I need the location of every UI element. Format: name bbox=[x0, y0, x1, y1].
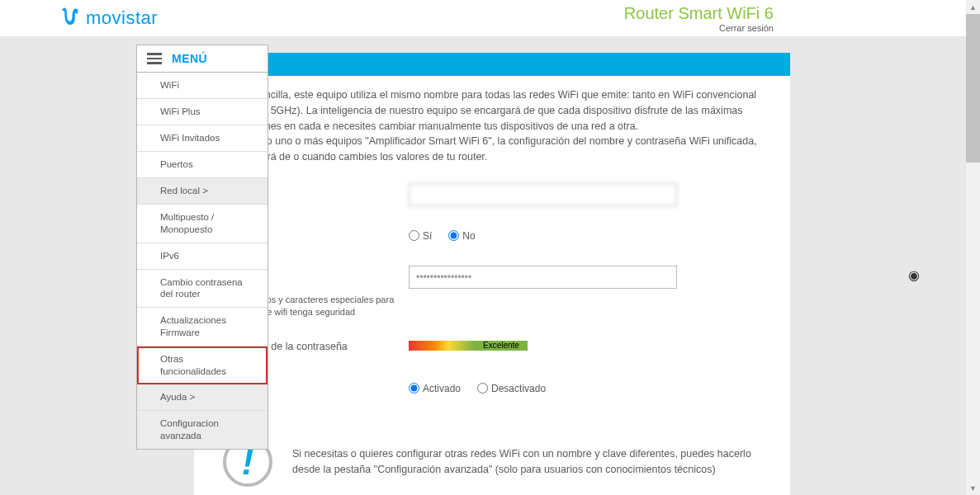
wireless-off[interactable]: Desactivado bbox=[477, 383, 546, 394]
scroll-up-icon[interactable]: ▲ bbox=[966, 0, 980, 14]
menu-title: MENÚ bbox=[172, 52, 207, 65]
scroll-down-icon[interactable]: ▼ bbox=[966, 481, 980, 495]
router-title: Router Smart WiFi 6 bbox=[624, 4, 774, 23]
menu-item-1[interactable]: WiFi Plus bbox=[137, 99, 267, 125]
header: movistar Router Smart WiFi 6 Cerrar sesi… bbox=[0, 0, 980, 36]
strength-gradient bbox=[409, 341, 475, 351]
menu-item-11[interactable]: Configuracion avanzada bbox=[137, 411, 267, 449]
menu-item-7[interactable]: Cambio contrasena del router bbox=[137, 270, 267, 309]
scrollbar-thumb[interactable] bbox=[966, 14, 980, 163]
wifi-name-row bbox=[223, 182, 761, 208]
hamburger-icon bbox=[147, 53, 162, 64]
info-text: Si necesitas o quieres configurar otras … bbox=[292, 446, 761, 478]
menu-item-10[interactable]: Ayuda > bbox=[137, 384, 267, 411]
wireless-row: alámbrica Activado Desactivado bbox=[223, 375, 761, 402]
menu-item-2[interactable]: WiFi Invitados bbox=[137, 125, 267, 152]
header-right: Router Smart WiFi 6 Cerrar sesión bbox=[624, 4, 774, 33]
menu-header[interactable]: MENÚ bbox=[137, 45, 267, 73]
info-box: ! Si necesitas o quieres configurar otra… bbox=[194, 417, 790, 495]
menu-item-5[interactable]: Multipuesto / Monopuesto bbox=[137, 205, 267, 243]
show-name-no[interactable]: No bbox=[448, 230, 475, 242]
menu-item-4[interactable]: Red local > bbox=[137, 178, 267, 205]
menu-item-0[interactable]: WiFi bbox=[137, 73, 267, 99]
wireless-on[interactable]: Activado bbox=[409, 383, 461, 394]
strength-row: seguridad de la contraseña Excelente bbox=[223, 334, 761, 361]
description-text: a más sencilla, este equipo utiliza el m… bbox=[194, 76, 790, 182]
show-name-row: re Wifi Sí No bbox=[223, 223, 761, 249]
menu-item-6[interactable]: IPv6 bbox=[137, 243, 267, 270]
radio-no[interactable] bbox=[448, 230, 459, 241]
scrollbar[interactable]: ▲ ▼ bbox=[966, 0, 980, 495]
password-input[interactable] bbox=[409, 266, 677, 289]
logo-icon bbox=[58, 4, 81, 33]
menu: MENÚ WiFiWiFi PlusWiFi InvitadosPuertosR… bbox=[136, 45, 268, 450]
logo-text: movistar bbox=[86, 7, 158, 29]
strength-bar: Excelente bbox=[409, 341, 528, 351]
eye-icon[interactable]: ◉ bbox=[908, 267, 920, 283]
section-header-bar bbox=[194, 53, 790, 76]
close-session-link[interactable]: Cerrar sesión bbox=[719, 23, 774, 33]
logo: movistar bbox=[58, 4, 158, 33]
radio-si[interactable] bbox=[409, 230, 419, 241]
menu-item-3[interactable]: Puertos bbox=[137, 152, 267, 178]
main-panel: a más sencilla, este equipo utiliza el m… bbox=[194, 53, 790, 495]
menu-item-8[interactable]: Actualizaciones Firmware bbox=[137, 308, 267, 346]
strength-value: Excelente bbox=[475, 341, 528, 351]
radio-desactivado[interactable] bbox=[477, 383, 488, 394]
radio-activado[interactable] bbox=[409, 383, 419, 394]
show-name-yes[interactable]: Sí bbox=[409, 230, 432, 242]
wifi-name-input[interactable] bbox=[409, 183, 677, 206]
password-row: ◉ bbox=[223, 264, 761, 290]
menu-item-9[interactable]: Otras funcionalidades bbox=[137, 346, 267, 384]
